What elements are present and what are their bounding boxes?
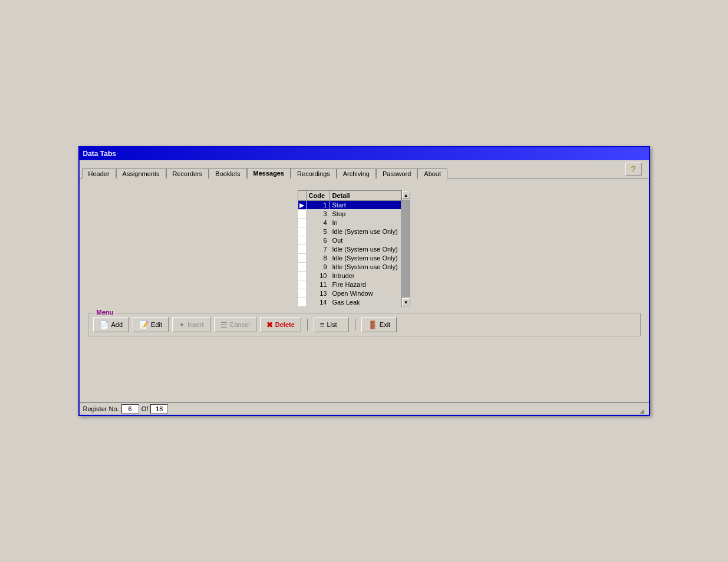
register-value: 6 <box>121 404 139 414</box>
row-arrow <box>298 272 306 280</box>
scroll-up-button[interactable]: ▲ <box>402 191 410 199</box>
tab-password[interactable]: Password <box>376 168 417 178</box>
exit-icon: 🚪 <box>368 320 377 329</box>
table-row[interactable]: 3Stop <box>298 210 401 219</box>
row-code: 9 <box>306 263 330 272</box>
row-detail: Start <box>330 201 401 210</box>
row-code: 6 <box>306 236 330 245</box>
scrollbar: ▲ ▼ <box>401 190 410 307</box>
row-code: 5 <box>306 227 330 236</box>
table-row[interactable]: 4In <box>298 219 401 227</box>
cancel-icon: ☰ <box>220 320 228 329</box>
tab-about[interactable]: About <box>417 168 447 178</box>
window-title: Data Tabs <box>83 150 116 158</box>
row-code: 3 <box>306 210 330 219</box>
table-row[interactable]: 7Idle (System use Only) <box>298 245 401 254</box>
table-row[interactable]: 5Idle (System use Only) <box>298 227 401 236</box>
row-detail: Idle (System use Only) <box>330 245 401 254</box>
add-label: Add <box>111 321 123 328</box>
arrow-col-header <box>298 191 306 201</box>
tab-recorders[interactable]: Recorders <box>166 168 209 178</box>
table-row[interactable]: ▶1Start <box>298 201 401 210</box>
edit-label: Edit <box>151 321 162 328</box>
tab-archiving[interactable]: Archiving <box>337 168 376 178</box>
row-code: 8 <box>306 254 330 263</box>
row-code: 7 <box>306 245 330 254</box>
exit-label: Exit <box>380 321 390 328</box>
table-wrapper: Code Detail ▶1Start3Stop4In5Idle (System… <box>298 190 410 307</box>
edit-icon: 📝 <box>139 320 149 329</box>
edit-button[interactable]: 📝 Edit <box>133 317 169 332</box>
table-row[interactable]: 13Open Window <box>298 289 401 298</box>
resize-handle[interactable]: ◢ <box>640 408 645 414</box>
delete-icon: ✖ <box>266 320 273 329</box>
row-arrow <box>298 298 306 307</box>
detail-col-header: Detail <box>330 191 401 201</box>
tab-messages[interactable]: Messages <box>247 168 291 178</box>
exit-button[interactable]: 🚪 Exit <box>361 317 397 332</box>
row-arrow <box>298 280 306 289</box>
scroll-down-button[interactable]: ▼ <box>402 298 410 306</box>
list-icon: ≡ <box>320 320 325 329</box>
table-row[interactable]: 11Fire Hazard <box>298 280 401 289</box>
table-row[interactable]: 8Idle (System use Only) <box>298 254 401 263</box>
row-code: 10 <box>306 272 330 280</box>
delete-label: Delete <box>275 321 295 328</box>
row-arrow <box>298 289 306 298</box>
add-icon: 📄 <box>100 320 109 329</box>
cancel-label: Cancel <box>230 321 250 328</box>
row-detail: Stop <box>330 210 401 219</box>
table-outer: Code Detail ▶1Start3Stop4In5Idle (System… <box>85 184 643 307</box>
code-col-header: Code <box>306 191 330 201</box>
row-arrow <box>298 263 306 272</box>
row-arrow <box>298 254 306 263</box>
menu-section: Menu 📄 Add 📝 Edit ✦ Insert ☰ Cancel <box>88 313 641 336</box>
row-detail: Gas Leak <box>330 298 401 307</box>
menu-label: Menu <box>94 309 116 316</box>
insert-button[interactable]: ✦ Insert <box>172 317 210 332</box>
help-button[interactable]: ? <box>625 163 642 176</box>
row-code: 1 <box>306 201 330 210</box>
row-code: 11 <box>306 280 330 289</box>
list-label: List <box>327 321 337 328</box>
help-icon: ? <box>631 164 636 174</box>
table-row[interactable]: 9Idle (System use Only) <box>298 263 401 272</box>
delete-button[interactable]: ✖ Delete <box>260 317 301 332</box>
content-area: Code Detail ▶1Start3Stop4In5Idle (System… <box>80 178 649 402</box>
add-button[interactable]: 📄 Add <box>93 317 130 332</box>
data-table: Code Detail ▶1Start3Stop4In5Idle (System… <box>298 190 401 307</box>
row-arrow <box>298 227 306 236</box>
row-code: 4 <box>306 219 330 227</box>
list-button[interactable]: ≡ List <box>314 317 349 332</box>
main-window: Data Tabs Header Assignments Recorders B… <box>78 146 650 416</box>
total-value: 18 <box>150 404 168 414</box>
tab-assignments[interactable]: Assignments <box>116 168 166 178</box>
register-label: Register No. <box>83 405 119 412</box>
table-row[interactable]: 14Gas Leak <box>298 298 401 307</box>
cancel-button[interactable]: ☰ Cancel <box>214 317 256 332</box>
row-detail: Fire Hazard <box>330 280 401 289</box>
row-detail: Out <box>330 236 401 245</box>
row-arrow: ▶ <box>298 201 306 210</box>
row-code: 14 <box>306 298 330 307</box>
row-detail: Idle (System use Only) <box>330 227 401 236</box>
separator-2 <box>355 319 355 330</box>
tab-recordings[interactable]: Recordings <box>291 168 337 178</box>
separator-1 <box>307 319 308 330</box>
row-detail: Idle (System use Only) <box>330 254 401 263</box>
row-detail: In <box>330 219 401 227</box>
tab-booklets[interactable]: Booklets <box>209 168 246 178</box>
row-arrow <box>298 245 306 254</box>
tab-header[interactable]: Header <box>82 168 116 178</box>
table-row[interactable]: 6Out <box>298 236 401 245</box>
row-arrow <box>298 236 306 245</box>
menu-buttons: 📄 Add 📝 Edit ✦ Insert ☰ Cancel ✖ Del <box>93 317 635 332</box>
row-code: 13 <box>306 289 330 298</box>
row-detail: Idle (System use Only) <box>330 263 401 272</box>
title-bar: Data Tabs <box>80 147 649 160</box>
table-row[interactable]: 10Intruder <box>298 272 401 280</box>
row-arrow <box>298 210 306 219</box>
insert-icon: ✦ <box>179 320 185 329</box>
row-arrow <box>298 219 306 227</box>
insert-label: Insert <box>187 321 204 328</box>
